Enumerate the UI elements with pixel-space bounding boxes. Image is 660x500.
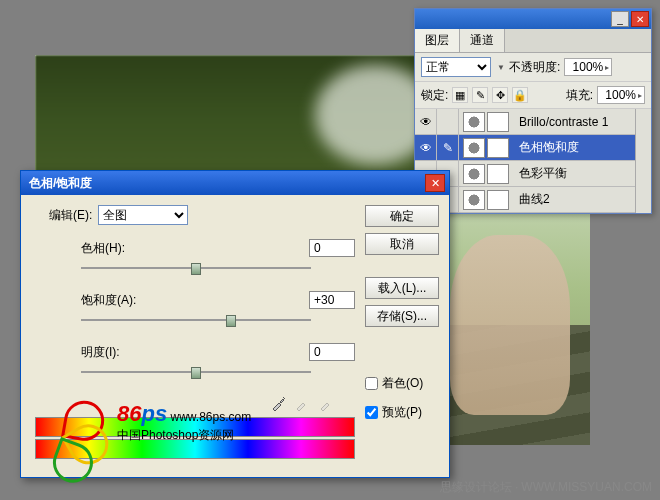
adjustment-thumb	[463, 138, 485, 158]
tab-layers[interactable]: 图层	[415, 29, 460, 52]
slider-thumb[interactable]	[226, 315, 236, 327]
panel-close-button[interactable]: ✕	[631, 11, 649, 27]
opacity-input[interactable]: 100%▸	[564, 58, 612, 76]
saturation-input[interactable]	[309, 291, 355, 309]
dialog-title: 色相/饱和度	[25, 175, 92, 192]
logo-swirl-icon	[61, 397, 111, 447]
lock-transparency-icon[interactable]: ▦	[452, 87, 468, 103]
lightness-label: 明度(I):	[81, 344, 161, 361]
mask-thumb	[487, 138, 509, 158]
preview-checkbox[interactable]	[365, 406, 378, 419]
panel-titlebar: _ ✕	[415, 9, 651, 29]
dialog-close-button[interactable]: ✕	[425, 174, 445, 192]
brush-icon	[437, 109, 459, 135]
mask-thumb	[487, 190, 509, 210]
slider-thumb[interactable]	[191, 367, 201, 379]
hue-slider[interactable]	[81, 261, 311, 275]
save-button[interactable]: 存储(S)...	[365, 305, 439, 327]
logo-url: www.86ps.com	[171, 410, 252, 424]
brush-icon: ✎	[437, 135, 459, 161]
layer-name[interactable]: 色彩平衡	[513, 165, 635, 182]
logo-86: 86	[117, 401, 141, 426]
layer-name[interactable]: Brillo/contraste 1	[513, 115, 635, 129]
saturation-slider[interactable]	[81, 313, 311, 327]
saturation-label: 饱和度(A):	[81, 292, 161, 309]
layer-row[interactable]: 👁 Brillo/contraste 1	[415, 109, 635, 135]
chevron-down-icon: ▼	[497, 63, 505, 72]
hue-label: 色相(H):	[81, 240, 161, 257]
lock-move-icon[interactable]: ✥	[492, 87, 508, 103]
layer-controls-row2: 锁定: ▦ ✎ ✥ 🔒 填充: 100%▸	[415, 82, 651, 109]
mask-thumb	[487, 112, 509, 132]
opacity-label: 不透明度:	[509, 59, 560, 76]
panel-tabs: 图层 通道	[415, 29, 651, 53]
colorize-checkbox[interactable]	[365, 377, 378, 390]
fill-input[interactable]: 100%▸	[597, 86, 645, 104]
dialog-titlebar[interactable]: 色相/饱和度 ✕	[21, 171, 449, 195]
visibility-eye-icon[interactable]: 👁	[415, 135, 437, 161]
edit-select[interactable]: 全图	[98, 205, 188, 225]
blend-mode-select[interactable]: 正常	[421, 57, 491, 77]
layer-row[interactable]: 👁 ✎ 色相饱和度	[415, 135, 635, 161]
slider-thumb[interactable]	[191, 263, 201, 275]
cancel-button[interactable]: 取消	[365, 233, 439, 255]
hue-saturation-dialog: 色相/饱和度 ✕ 编辑(E): 全图 色相(H):	[20, 170, 450, 478]
eyedropper-icon[interactable]	[271, 395, 287, 411]
logo-ps: ps	[141, 401, 167, 426]
edit-label: 编辑(E):	[49, 207, 92, 224]
scrollbar[interactable]	[635, 109, 651, 213]
preview-label: 预览(P)	[382, 404, 422, 421]
load-button[interactable]: 载入(L)...	[365, 277, 439, 299]
lock-all-icon[interactable]: 🔒	[512, 87, 528, 103]
watermark-logo: 86ps www.86ps.com 中国Photoshop资源网	[61, 397, 251, 447]
footer-watermark: 思缘设计论坛 · WWW.MISSYUAN.COM	[440, 479, 652, 496]
fill-label: 填充:	[566, 87, 593, 104]
eyedropper-add-icon[interactable]	[295, 395, 311, 411]
adjustment-thumb	[463, 112, 485, 132]
adjustment-thumb	[463, 190, 485, 210]
colorize-label: 着色(O)	[382, 375, 423, 392]
lightness-input[interactable]	[309, 343, 355, 361]
adjustment-thumb	[463, 164, 485, 184]
layer-name[interactable]: 色相饱和度	[513, 139, 635, 156]
layer-name[interactable]: 曲线2	[513, 191, 635, 208]
lock-brush-icon[interactable]: ✎	[472, 87, 488, 103]
visibility-eye-icon[interactable]: 👁	[415, 109, 437, 135]
lock-label: 锁定:	[421, 87, 448, 104]
logo-tagline: 中国Photoshop资源网	[117, 427, 251, 444]
hue-input[interactable]	[309, 239, 355, 257]
layer-controls-row1: 正常 ▼ 不透明度: 100%▸	[415, 53, 651, 82]
panel-minimize-button[interactable]: _	[611, 11, 629, 27]
tab-channels[interactable]: 通道	[460, 29, 505, 52]
mask-thumb	[487, 164, 509, 184]
ok-button[interactable]: 确定	[365, 205, 439, 227]
eyedropper-subtract-icon[interactable]	[319, 395, 335, 411]
lightness-slider[interactable]	[81, 365, 311, 379]
